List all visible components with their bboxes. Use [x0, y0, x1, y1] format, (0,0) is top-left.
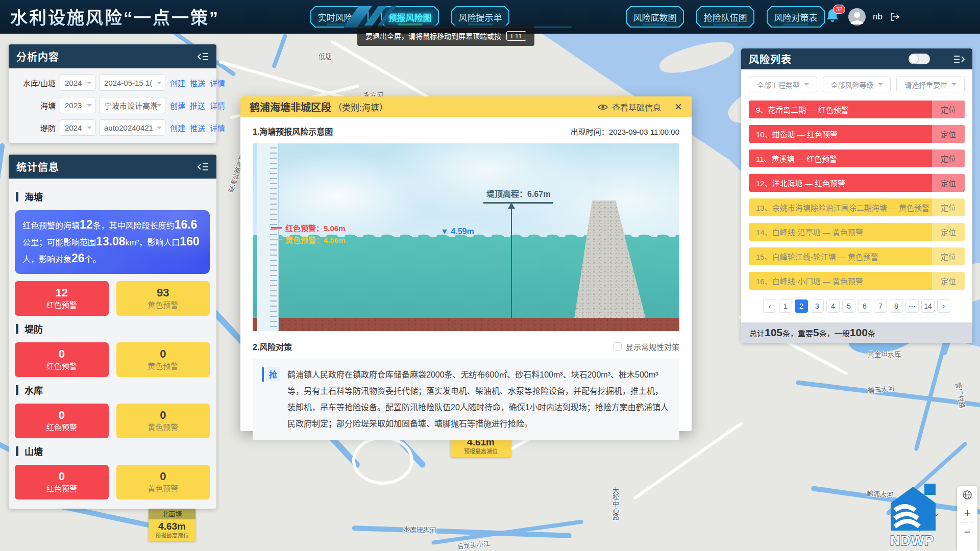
- collapse-right-icon[interactable]: [953, 55, 965, 63]
- scheme-select[interactable]: 宁波市设计高潮: [99, 97, 165, 113]
- red-warning-card[interactable]: 0 红色预警: [15, 465, 109, 499]
- risk-list-item[interactable]: 10、蚶岙塘 — 红色预警 定位: [749, 125, 965, 143]
- notification-bell[interactable]: 32: [826, 8, 841, 26]
- page-button[interactable]: 4: [826, 299, 840, 313]
- create-link[interactable]: 创建: [170, 78, 185, 88]
- detail-link[interactable]: 详情: [210, 122, 225, 133]
- locate-button[interactable]: 定位: [932, 125, 965, 143]
- avatar[interactable]: [848, 8, 866, 26]
- close-icon[interactable]: ✕: [674, 101, 682, 113]
- page-button[interactable]: 3: [811, 299, 824, 313]
- push-link[interactable]: 推送: [190, 100, 205, 111]
- chevron-down-icon: [878, 83, 883, 88]
- create-link[interactable]: 创建: [170, 122, 185, 133]
- current-water-level: ▼ 4.59m: [440, 227, 474, 236]
- page-button[interactable]: 5: [842, 299, 855, 313]
- detail-link[interactable]: 详情: [210, 78, 225, 88]
- nav-button-5[interactable]: 抢险队伍图: [696, 6, 754, 28]
- page-button[interactable]: ›: [937, 299, 950, 313]
- app-title: 水利设施风险“一点一策”: [10, 4, 219, 29]
- page-button[interactable]: ‹: [763, 299, 776, 313]
- locate-button[interactable]: 定位: [932, 198, 965, 216]
- scheme-select[interactable]: auto20240421: [99, 119, 165, 136]
- scheme-select[interactable]: 2024-05-15 1(: [99, 74, 165, 91]
- analysis-row-label: 堤防: [15, 122, 60, 133]
- risk-list-item[interactable]: 13、余姚市海塘除险治江围涂二期海塘 — 黄色预警 定位: [749, 198, 965, 216]
- risk-list-item[interactable]: 14、白峰线-沿亭塘 — 黄色预警 定位: [749, 223, 965, 241]
- risk-item-text: 12、洋北海塘 — 红色预警: [749, 174, 932, 192]
- page-button[interactable]: 6: [858, 299, 871, 313]
- locate-button[interactable]: 定位: [932, 174, 965, 192]
- page-button[interactable]: ⋯: [905, 299, 919, 313]
- checkbox-icon[interactable]: [614, 342, 622, 350]
- yellow-warning-card[interactable]: 0 黄色预警: [116, 465, 210, 499]
- text-segment: 16.6: [175, 218, 198, 231]
- chevron-down-icon: [157, 104, 162, 109]
- view-basic-info-button[interactable]: 查看基础信息: [598, 101, 661, 113]
- marker-caption: 预报最高潮位: [452, 448, 510, 455]
- red-warning-level-label: 红色预警：5.06m: [285, 222, 346, 233]
- page-button[interactable]: 2: [795, 299, 808, 313]
- text-segment: 13.08: [96, 235, 126, 248]
- nav-button-3[interactable]: 风险提示单: [451, 6, 509, 28]
- push-link[interactable]: 推送: [190, 78, 205, 88]
- create-link[interactable]: 创建: [170, 100, 185, 111]
- risk-item-text: 15、白峰轮江线-轮江塘 — 黄色预警: [749, 247, 932, 265]
- marker-caption: 预报最高潮位: [150, 532, 194, 539]
- risk-list-item[interactable]: 16、白峰线-小门塘 — 黄色预警 定位: [749, 272, 965, 290]
- push-link[interactable]: 推送: [190, 122, 205, 133]
- filter-select[interactable]: 请选择重要性: [896, 77, 965, 92]
- yellow-warning-card[interactable]: 0 黄色预警: [116, 404, 210, 438]
- yellow-warning-card[interactable]: 93 黄色预警: [116, 281, 210, 316]
- nav-button-4[interactable]: 风险底数图: [626, 6, 684, 28]
- locate-button[interactable]: 定位: [932, 101, 965, 118]
- locate-button[interactable]: 定位: [932, 149, 965, 167]
- nav-button-label: 风险底数图: [627, 7, 683, 27]
- risk-list-item[interactable]: 9、花岙岛二期 — 红色预警 定位: [749, 101, 965, 118]
- locate-button[interactable]: 定位: [932, 272, 965, 290]
- chevron-down-icon: [951, 83, 957, 88]
- page-button[interactable]: 8: [890, 299, 903, 313]
- divider: [961, 504, 973, 504]
- red-warning-card[interactable]: 0 红色预警: [15, 404, 109, 438]
- collapse-left-icon[interactable]: [198, 53, 209, 61]
- yellow-warning-card[interactable]: 0 黄色预警: [116, 342, 210, 377]
- risk-list-toggle[interactable]: [909, 54, 930, 64]
- warning-cards: 12 红色预警 93 黄色预警: [15, 281, 210, 316]
- red-warning-label: 红色预警: [46, 422, 77, 433]
- occur-time-label: 出现时间：: [571, 128, 609, 136]
- risk-filters: 全部工程类型全部风险等级请选择重要性: [749, 77, 965, 92]
- page-button[interactable]: 14: [921, 299, 935, 313]
- globe-icon[interactable]: [962, 490, 972, 500]
- eye-icon: [598, 104, 608, 111]
- red-warning-card[interactable]: 0 红色预警: [15, 342, 109, 377]
- tide-marker[interactable]: 北面塘 4.63m 预报最高潮位: [149, 509, 195, 541]
- red-warning-card[interactable]: 12 红色预警: [15, 281, 109, 316]
- page-button[interactable]: 7: [874, 299, 887, 313]
- collapse-left-icon[interactable]: [198, 163, 209, 171]
- statistics-panel-title: 统计信息: [16, 159, 59, 174]
- filter-select[interactable]: 全部工程类型: [749, 77, 817, 92]
- risk-list-item[interactable]: 11、黄溪塘 — 红色预警 定位: [749, 149, 965, 167]
- rescue-tag: 抢: [262, 367, 280, 382]
- nav-button-6[interactable]: 风险对策表: [767, 6, 825, 28]
- zoom-out-button[interactable]: −: [964, 527, 971, 538]
- risk-item-text: 9、花岙岛二期 — 红色预警: [749, 101, 932, 118]
- risk-list-item[interactable]: 12、洋北海塘 — 红色预警 定位: [749, 174, 965, 192]
- year-select[interactable]: 2024: [60, 74, 95, 91]
- year-select[interactable]: 2024: [60, 119, 95, 136]
- risk-list-item[interactable]: 15、白峰轮江线-轮江塘 — 黄色预警 定位: [749, 247, 965, 265]
- risk-list-panel: 风险列表 全部工程类型全部风险等级请选择重要性 9、花岙岛二期 — 红色预警 定…: [741, 48, 972, 343]
- year-select[interactable]: 2023: [60, 97, 95, 113]
- locate-button[interactable]: 定位: [932, 223, 965, 241]
- map-label: 低塘: [318, 51, 332, 61]
- marker-body: 4.63m 预报最高潮位: [149, 519, 195, 541]
- detail-link[interactable]: 详情: [210, 100, 225, 111]
- page-button[interactable]: 1: [779, 299, 792, 313]
- map-label: 管厂村路: [953, 381, 968, 409]
- filter-select[interactable]: 全部风险等级: [823, 77, 891, 92]
- locate-button[interactable]: 定位: [932, 247, 965, 265]
- show-routine-measures[interactable]: 显示常规性对策: [614, 341, 679, 352]
- logout-button[interactable]: [890, 12, 900, 22]
- zoom-in-button[interactable]: +: [964, 508, 971, 519]
